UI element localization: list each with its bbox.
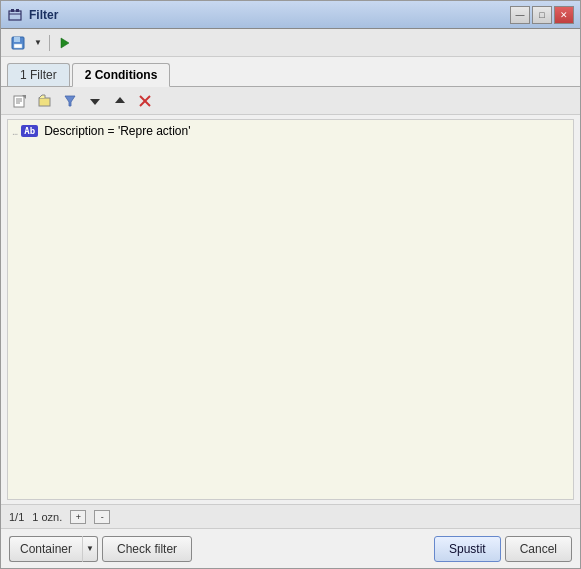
maximize-button[interactable]: □ <box>532 6 552 24</box>
tabs-bar: 1 Filter 2 Conditions <box>1 57 580 87</box>
filter-window: Filter — □ ✕ ▼ 1 Filter 2 Condit <box>0 0 581 569</box>
minimize-button[interactable]: — <box>510 6 530 24</box>
svg-rect-13 <box>39 98 50 106</box>
play-button[interactable] <box>54 33 76 53</box>
svg-rect-2 <box>11 9 14 12</box>
position-indicator: 1/1 <box>9 511 24 523</box>
count-indicator: 1 ozn. <box>32 511 62 523</box>
container-group: Container ▼ <box>9 536 98 562</box>
window-icon <box>7 7 23 23</box>
svg-marker-15 <box>90 99 100 105</box>
title-bar: Filter — □ ✕ <box>1 1 580 29</box>
close-button[interactable]: ✕ <box>554 6 574 24</box>
tab-filter[interactable]: 1 Filter <box>7 63 70 86</box>
conditions-list: ... Ab Description = 'Repre action' <box>7 119 574 500</box>
cancel-button[interactable]: Cancel <box>505 536 572 562</box>
window-controls: — □ ✕ <box>510 6 574 24</box>
top-toolbar: ▼ <box>1 29 580 57</box>
filter-button[interactable] <box>59 91 81 111</box>
save-dropdown-button[interactable]: ▼ <box>31 33 45 53</box>
container-button[interactable]: Container <box>9 536 82 562</box>
delete-condition-button[interactable] <box>134 91 156 111</box>
condition-indent: ... <box>12 126 17 137</box>
open-button[interactable] <box>34 91 56 111</box>
svg-rect-6 <box>14 44 22 48</box>
window-title: Filter <box>29 8 510 22</box>
check-filter-button[interactable]: Check filter <box>102 536 192 562</box>
toolbar-separator <box>49 35 50 51</box>
condition-row[interactable]: ... Ab Description = 'Repre action' <box>8 120 573 142</box>
tab-conditions[interactable]: 2 Conditions <box>72 63 171 87</box>
footer-bar: Container ▼ Check filter Spustit Cancel <box>1 528 580 568</box>
svg-marker-14 <box>65 96 75 106</box>
submit-button[interactable]: Spustit <box>434 536 501 562</box>
svg-marker-7 <box>61 38 69 48</box>
expand-button[interactable]: + <box>70 510 86 524</box>
svg-rect-3 <box>16 9 19 12</box>
status-bar: 1/1 1 ozn. + - <box>1 504 580 528</box>
move-down-button[interactable] <box>84 91 106 111</box>
svg-rect-0 <box>9 11 21 20</box>
conditions-toolbar <box>1 87 580 115</box>
new-condition-button[interactable] <box>9 91 31 111</box>
condition-type-badge: Ab <box>21 125 38 137</box>
save-button[interactable] <box>7 33 29 53</box>
condition-expression: Description = 'Repre action' <box>44 124 190 138</box>
move-up-button[interactable] <box>109 91 131 111</box>
collapse-button[interactable]: - <box>94 510 110 524</box>
container-dropdown-button[interactable]: ▼ <box>82 536 98 562</box>
svg-rect-5 <box>14 37 20 42</box>
svg-marker-16 <box>115 97 125 103</box>
